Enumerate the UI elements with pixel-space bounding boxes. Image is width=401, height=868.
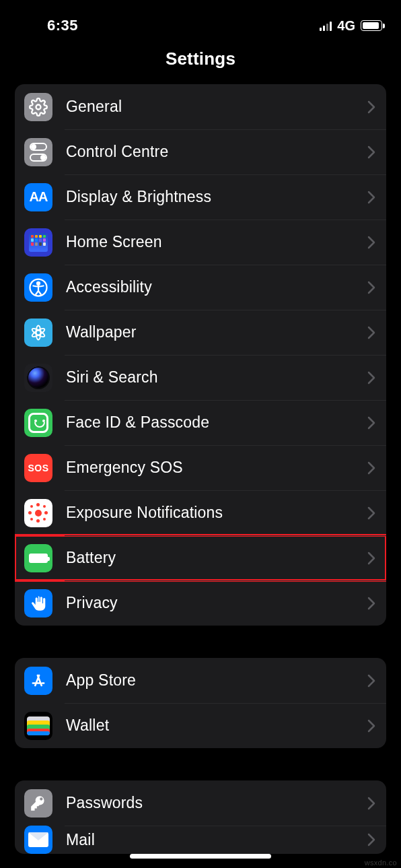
settings-row-exposure-notifications[interactable]: Exposure Notifications <box>15 490 386 535</box>
settings-row-battery[interactable]: Battery <box>15 535 386 580</box>
settings-row-faceid-passcode[interactable]: Face ID & Passcode <box>15 400 386 445</box>
chevron-right-icon <box>367 236 375 249</box>
mail-icon <box>24 826 52 854</box>
chevron-right-icon <box>367 552 375 565</box>
settings-row-privacy[interactable]: Privacy <box>15 580 386 626</box>
network-label: 4G <box>337 18 355 34</box>
page-title: Settings <box>0 48 401 69</box>
settings-row-display-brightness[interactable]: AA Display & Brightness <box>15 174 386 220</box>
settings-row-mail[interactable]: Mail <box>15 826 386 854</box>
settings-row-general[interactable]: General <box>15 84 386 129</box>
faceid-icon <box>24 409 52 437</box>
svg-point-0 <box>36 104 41 109</box>
chevron-right-icon <box>367 506 375 520</box>
settings-group-3: Passwords Mail <box>15 780 386 854</box>
settings-row-siri-search[interactable]: Siri & Search <box>15 355 386 400</box>
settings-row-label: Control Centre <box>66 143 367 161</box>
chevron-right-icon <box>367 674 375 688</box>
chevron-right-icon <box>367 281 375 294</box>
home-screen-icon <box>24 228 52 257</box>
chevron-right-icon <box>367 145 375 159</box>
wallpaper-icon <box>24 319 52 347</box>
signal-icon <box>320 20 332 31</box>
chevron-right-icon <box>367 191 375 204</box>
battery-status-icon <box>361 20 382 31</box>
hand-icon <box>24 589 52 617</box>
wallet-icon <box>24 712 52 740</box>
exposure-icon <box>24 499 52 527</box>
settings-row-label: Emergency SOS <box>66 459 367 477</box>
settings-row-home-screen[interactable]: Home Screen <box>15 220 386 265</box>
settings-row-passwords[interactable]: Passwords <box>15 780 386 826</box>
settings-row-label: Battery <box>66 549 367 567</box>
settings-row-label: General <box>66 98 367 116</box>
settings-row-label: Wallet <box>66 716 367 735</box>
gear-icon <box>24 93 52 121</box>
settings-row-label: Wallpaper <box>66 323 367 341</box>
settings-row-label: Accessibility <box>66 278 367 296</box>
toggle-icon <box>24 138 52 166</box>
aa-icon: AA <box>24 183 52 211</box>
svg-point-2 <box>37 281 40 284</box>
settings-row-label: Privacy <box>66 594 367 612</box>
status-bar: 6:35 4G <box>0 0 401 40</box>
appstore-icon <box>24 667 52 695</box>
status-right-cluster: 4G <box>320 18 382 34</box>
chevron-right-icon <box>367 416 375 430</box>
chevron-right-icon <box>367 100 375 114</box>
settings-row-wallpaper[interactable]: Wallpaper <box>15 310 386 355</box>
settings-row-accessibility[interactable]: Accessibility <box>15 265 386 310</box>
battery-icon <box>24 544 52 572</box>
sos-icon: SOS <box>24 454 52 482</box>
siri-icon <box>24 364 52 392</box>
settings-row-label: App Store <box>66 671 367 690</box>
chevron-right-icon <box>367 833 375 846</box>
settings-row-label: Home Screen <box>66 233 367 251</box>
chevron-right-icon <box>367 719 375 733</box>
settings-row-label: Face ID & Passcode <box>66 413 367 432</box>
chevron-right-icon <box>367 461 375 475</box>
chevron-right-icon <box>367 326 375 339</box>
settings-row-wallet[interactable]: Wallet <box>15 703 386 748</box>
chevron-right-icon <box>367 597 375 610</box>
settings-group-1: General Control Centre AA Display & Brig… <box>15 84 386 626</box>
accessibility-icon <box>24 273 52 302</box>
chevron-right-icon <box>367 797 375 810</box>
settings-row-label: Siri & Search <box>66 368 367 387</box>
settings-row-emergency-sos[interactable]: SOS Emergency SOS <box>15 445 386 490</box>
status-time: 6:35 <box>19 17 78 34</box>
settings-row-label: Display & Brightness <box>66 188 367 206</box>
settings-row-label: Exposure Notifications <box>66 504 367 522</box>
settings-row-control-centre[interactable]: Control Centre <box>15 129 386 174</box>
settings-row-label: Passwords <box>66 794 367 812</box>
home-indicator[interactable] <box>130 854 271 859</box>
settings-row-app-store[interactable]: App Store <box>15 658 386 703</box>
chevron-right-icon <box>367 371 375 385</box>
key-icon <box>24 789 52 817</box>
settings-group-2: App Store Wallet <box>15 658 386 748</box>
watermark: wsxdn.co <box>365 859 397 867</box>
settings-row-label: Mail <box>66 831 367 849</box>
svg-point-4 <box>36 325 41 339</box>
